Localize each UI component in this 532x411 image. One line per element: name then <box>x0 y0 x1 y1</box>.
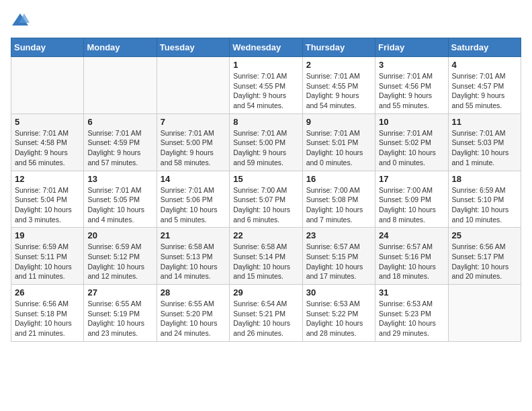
day-info: Sunrise: 6:55 AMSunset: 5:20 PMDaylight:… <box>161 299 226 338</box>
calendar-cell: 10Sunrise: 7:01 AMSunset: 5:02 PMDayligh… <box>375 113 448 171</box>
day-info: Sunrise: 7:01 AMSunset: 5:05 PMDaylight:… <box>87 185 152 225</box>
day-number: 5 <box>15 117 80 127</box>
calendar-cell: 24Sunrise: 6:57 AMSunset: 5:16 PMDayligh… <box>375 228 448 285</box>
day-info: Sunrise: 7:01 AMSunset: 4:57 PMDaylight:… <box>452 71 517 111</box>
day-number: 7 <box>161 117 226 127</box>
calendar-cell <box>84 57 157 114</box>
day-number: 15 <box>233 174 298 184</box>
calendar-week-row: 19Sunrise: 6:59 AMSunset: 5:11 PMDayligh… <box>11 228 521 285</box>
day-info: Sunrise: 6:58 AMSunset: 5:14 PMDaylight:… <box>233 242 298 281</box>
day-number: 26 <box>15 287 80 298</box>
day-info: Sunrise: 7:00 AMSunset: 5:07 PMDaylight:… <box>233 185 298 225</box>
logo <box>11 11 31 30</box>
calendar-table: SundayMondayTuesdayWednesdayThursdayFrid… <box>11 38 521 342</box>
calendar-cell: 26Sunrise: 6:56 AMSunset: 5:18 PMDayligh… <box>11 285 84 342</box>
day-info: Sunrise: 6:59 AMSunset: 5:12 PMDaylight:… <box>87 242 152 281</box>
day-number: 1 <box>233 60 298 70</box>
calendar-cell <box>448 285 521 342</box>
day-info: Sunrise: 7:01 AMSunset: 5:06 PMDaylight:… <box>161 185 226 225</box>
day-info: Sunrise: 6:54 AMSunset: 5:21 PMDaylight:… <box>233 299 298 338</box>
day-info: Sunrise: 7:01 AMSunset: 5:01 PMDaylight:… <box>306 128 371 168</box>
weekday-header: Wednesday <box>230 38 302 57</box>
day-number: 18 <box>452 174 517 184</box>
day-number: 30 <box>306 287 371 298</box>
day-number: 4 <box>452 60 517 70</box>
calendar-cell: 15Sunrise: 7:00 AMSunset: 5:07 PMDayligh… <box>230 171 302 228</box>
day-info: Sunrise: 7:01 AMSunset: 5:02 PMDaylight:… <box>379 128 444 168</box>
day-info: Sunrise: 6:58 AMSunset: 5:13 PMDaylight:… <box>161 242 226 281</box>
day-info: Sunrise: 6:56 AMSunset: 5:18 PMDaylight:… <box>15 299 80 338</box>
calendar-cell: 28Sunrise: 6:55 AMSunset: 5:20 PMDayligh… <box>157 285 229 342</box>
page-header <box>11 11 521 30</box>
calendar-cell: 31Sunrise: 6:53 AMSunset: 5:23 PMDayligh… <box>375 285 448 342</box>
weekday-header: Sunday <box>11 38 84 57</box>
calendar-week-row: 26Sunrise: 6:56 AMSunset: 5:18 PMDayligh… <box>11 285 521 342</box>
logo-icon <box>11 11 30 30</box>
day-info: Sunrise: 7:01 AMSunset: 4:55 PMDaylight:… <box>233 71 298 111</box>
weekday-header: Monday <box>84 38 157 57</box>
day-number: 14 <box>161 174 226 184</box>
day-info: Sunrise: 7:00 AMSunset: 5:09 PMDaylight:… <box>379 185 444 225</box>
day-number: 11 <box>452 117 517 127</box>
day-number: 16 <box>306 174 371 184</box>
weekday-header: Thursday <box>302 38 375 57</box>
day-number: 21 <box>161 230 226 240</box>
day-number: 25 <box>452 230 517 240</box>
day-number: 17 <box>379 174 444 184</box>
day-number: 9 <box>306 117 371 127</box>
calendar-week-row: 1Sunrise: 7:01 AMSunset: 4:55 PMDaylight… <box>11 57 521 114</box>
calendar-cell: 12Sunrise: 7:01 AMSunset: 5:04 PMDayligh… <box>11 171 84 228</box>
day-number: 13 <box>87 174 152 184</box>
day-info: Sunrise: 6:57 AMSunset: 5:16 PMDaylight:… <box>379 242 444 281</box>
day-info: Sunrise: 7:01 AMSunset: 5:00 PMDaylight:… <box>233 128 298 168</box>
calendar-cell: 9Sunrise: 7:01 AMSunset: 5:01 PMDaylight… <box>302 113 375 171</box>
day-info: Sunrise: 6:57 AMSunset: 5:15 PMDaylight:… <box>306 242 371 281</box>
day-number: 3 <box>379 60 444 70</box>
calendar-cell: 11Sunrise: 7:01 AMSunset: 5:03 PMDayligh… <box>448 113 521 171</box>
calendar-cell: 20Sunrise: 6:59 AMSunset: 5:12 PMDayligh… <box>84 228 157 285</box>
day-info: Sunrise: 7:01 AMSunset: 4:58 PMDaylight:… <box>15 128 80 168</box>
calendar-cell: 2Sunrise: 7:01 AMSunset: 4:55 PMDaylight… <box>302 57 375 114</box>
day-number: 31 <box>379 287 444 298</box>
weekday-header: Saturday <box>448 38 521 57</box>
day-info: Sunrise: 7:01 AMSunset: 5:04 PMDaylight:… <box>15 185 80 225</box>
calendar-cell: 1Sunrise: 7:01 AMSunset: 4:55 PMDaylight… <box>230 57 302 114</box>
day-number: 19 <box>15 230 80 240</box>
day-number: 12 <box>15 174 80 184</box>
calendar-cell: 25Sunrise: 6:56 AMSunset: 5:17 PMDayligh… <box>448 228 521 285</box>
calendar-week-row: 12Sunrise: 7:01 AMSunset: 5:04 PMDayligh… <box>11 171 521 228</box>
calendar-cell: 21Sunrise: 6:58 AMSunset: 5:13 PMDayligh… <box>157 228 229 285</box>
calendar-cell <box>11 57 84 114</box>
calendar-cell: 7Sunrise: 7:01 AMSunset: 5:00 PMDaylight… <box>157 113 229 171</box>
day-number: 10 <box>379 117 444 127</box>
day-info: Sunrise: 7:01 AMSunset: 4:55 PMDaylight:… <box>306 71 371 111</box>
calendar-cell: 14Sunrise: 7:01 AMSunset: 5:06 PMDayligh… <box>157 171 229 228</box>
day-number: 20 <box>87 230 152 240</box>
calendar-cell: 3Sunrise: 7:01 AMSunset: 4:56 PMDaylight… <box>375 57 448 114</box>
calendar-cell: 8Sunrise: 7:01 AMSunset: 5:00 PMDaylight… <box>230 113 302 171</box>
calendar-cell: 13Sunrise: 7:01 AMSunset: 5:05 PMDayligh… <box>84 171 157 228</box>
day-number: 23 <box>306 230 371 240</box>
calendar-cell: 17Sunrise: 7:00 AMSunset: 5:09 PMDayligh… <box>375 171 448 228</box>
calendar-cell: 16Sunrise: 7:00 AMSunset: 5:08 PMDayligh… <box>302 171 375 228</box>
calendar-cell: 23Sunrise: 6:57 AMSunset: 5:15 PMDayligh… <box>302 228 375 285</box>
day-number: 22 <box>233 230 298 240</box>
calendar-cell: 30Sunrise: 6:53 AMSunset: 5:22 PMDayligh… <box>302 285 375 342</box>
day-number: 29 <box>233 287 298 298</box>
calendar-cell: 22Sunrise: 6:58 AMSunset: 5:14 PMDayligh… <box>230 228 302 285</box>
day-number: 6 <box>87 117 152 127</box>
calendar-header-row: SundayMondayTuesdayWednesdayThursdayFrid… <box>11 38 521 57</box>
calendar-cell: 27Sunrise: 6:55 AMSunset: 5:19 PMDayligh… <box>84 285 157 342</box>
day-info: Sunrise: 7:01 AMSunset: 5:00 PMDaylight:… <box>161 128 226 168</box>
calendar-cell: 19Sunrise: 6:59 AMSunset: 5:11 PMDayligh… <box>11 228 84 285</box>
calendar-week-row: 5Sunrise: 7:01 AMSunset: 4:58 PMDaylight… <box>11 113 521 171</box>
day-info: Sunrise: 6:56 AMSunset: 5:17 PMDaylight:… <box>452 242 517 281</box>
calendar-cell: 29Sunrise: 6:54 AMSunset: 5:21 PMDayligh… <box>230 285 302 342</box>
day-info: Sunrise: 6:55 AMSunset: 5:19 PMDaylight:… <box>87 299 152 338</box>
weekday-header: Friday <box>375 38 448 57</box>
calendar-cell: 18Sunrise: 6:59 AMSunset: 5:10 PMDayligh… <box>448 171 521 228</box>
calendar-cell <box>157 57 229 114</box>
day-info: Sunrise: 6:53 AMSunset: 5:23 PMDaylight:… <box>379 299 444 338</box>
day-info: Sunrise: 7:01 AMSunset: 5:03 PMDaylight:… <box>452 128 517 168</box>
day-info: Sunrise: 7:01 AMSunset: 4:56 PMDaylight:… <box>379 71 444 111</box>
